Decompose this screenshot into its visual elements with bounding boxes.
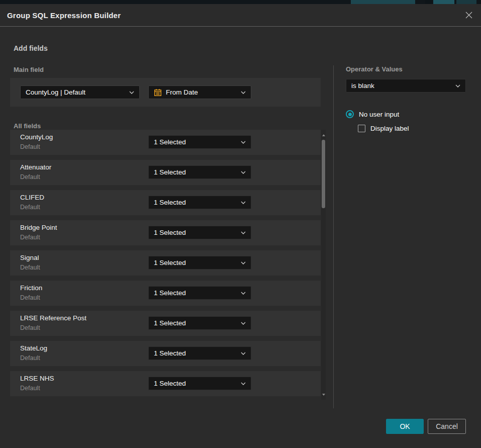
field-selected-value: 1 Selected — [154, 319, 238, 327]
background-fragment — [433, 0, 454, 4]
main-attribute-dropdown[interactable]: From Date — [148, 85, 251, 99]
field-selected-dropdown[interactable]: 1 Selected — [148, 226, 251, 239]
field-name: StateLog — [20, 344, 47, 352]
field-selected-dropdown[interactable]: 1 Selected — [148, 256, 251, 270]
field-selected-dropdown[interactable]: 1 Selected — [148, 135, 251, 149]
field-layer-sublabel: Default — [20, 324, 40, 331]
field-selected-dropdown[interactable]: 1 Selected — [148, 286, 251, 300]
field-name: LRSE NHS — [20, 375, 54, 382]
chevron-down-icon — [241, 201, 246, 204]
ok-button[interactable]: OK — [386, 419, 424, 434]
field-layer-sublabel: Default — [20, 264, 40, 271]
cancel-button[interactable]: Cancel — [428, 419, 466, 434]
field-selected-value: 1 Selected — [154, 289, 238, 297]
field-name: CountyLog — [20, 133, 53, 141]
chevron-down-icon — [455, 84, 460, 87]
chevron-down-icon — [129, 91, 134, 94]
scrollbar-up-arrow-icon[interactable] — [321, 133, 326, 137]
panel-divider — [333, 65, 334, 408]
field-layer-sublabel: Default — [20, 354, 40, 362]
field-layer-sublabel: Default — [20, 143, 40, 150]
field-selected-value: 1 Selected — [154, 138, 238, 146]
main-field-panel: CountyLog | Default From Date — [10, 78, 321, 107]
background-fragment — [425, 0, 432, 4]
field-selected-dropdown[interactable]: 1 Selected — [148, 316, 251, 330]
field-selected-dropdown[interactable]: 1 Selected — [148, 346, 251, 360]
field-name: LRSE Reference Post — [20, 314, 86, 322]
fields-list-scrollbar[interactable] — [321, 130, 326, 400]
all-fields-label: All fields — [14, 122, 41, 130]
operator-dropdown[interactable]: is blank — [346, 79, 466, 93]
field-row: LRSE NHS Default 1 Selected — [10, 371, 321, 396]
scrollbar-down-arrow-icon[interactable] — [321, 392, 326, 397]
close-button[interactable] — [464, 10, 474, 20]
close-icon — [465, 11, 473, 19]
radio-selected-icon — [346, 110, 354, 118]
field-row: CLIFED Default 1 Selected — [10, 190, 321, 215]
field-name: CLIFED — [20, 194, 44, 201]
add-fields-heading: Add fields — [14, 44, 48, 52]
field-layer-sublabel: Default — [20, 294, 40, 301]
operator-dropdown-value: is blank — [351, 82, 452, 89]
field-row: CountyLog Default 1 Selected — [10, 130, 321, 155]
all-fields-list: CountyLog Default 1 Selected Attenuator … — [10, 130, 321, 400]
main-field-dropdown[interactable]: CountyLog | Default — [20, 85, 140, 99]
chevron-down-icon — [241, 322, 246, 325]
main-attribute-dropdown-value: From Date — [166, 88, 238, 96]
background-fragment — [456, 0, 476, 4]
field-selected-value: 1 Selected — [154, 349, 238, 357]
field-name: Signal — [20, 254, 39, 261]
main-field-dropdown-value: CountyLog | Default — [26, 88, 126, 96]
field-name: Bridge Point — [20, 224, 57, 231]
checkbox-unchecked-icon — [358, 125, 365, 132]
main-field-label: Main field — [14, 66, 44, 73]
radio-label: No user input — [359, 111, 399, 118]
operator-values-label: Operator & Values — [346, 65, 403, 73]
field-selected-value: 1 Selected — [154, 229, 238, 236]
calendar-icon — [154, 88, 162, 97]
field-selected-dropdown[interactable]: 1 Selected — [148, 196, 251, 209]
chevron-down-icon — [241, 171, 246, 174]
field-layer-sublabel: Default — [20, 204, 40, 211]
field-selected-dropdown[interactable]: 1 Selected — [148, 165, 251, 179]
field-row: Signal Default 1 Selected — [10, 250, 321, 276]
background-app-strip — [0, 0, 481, 4]
chevron-down-icon — [241, 261, 246, 264]
chevron-down-icon — [241, 292, 246, 295]
field-row: Attenuator Default 1 Selected — [10, 160, 321, 185]
group-sql-expression-builder-dialog: Group SQL Expression Builder Add fields … — [0, 4, 481, 448]
scrollbar-thumb[interactable] — [322, 140, 325, 208]
dialog-title: Group SQL Expression Builder — [7, 11, 121, 20]
checkbox-label: Display label — [370, 125, 409, 132]
field-layer-sublabel: Default — [20, 385, 40, 392]
no-user-input-radio[interactable]: No user input — [346, 110, 399, 118]
field-selected-value: 1 Selected — [154, 380, 238, 387]
chevron-down-icon — [241, 141, 246, 144]
chevron-down-icon — [241, 231, 246, 234]
field-selected-value: 1 Selected — [154, 168, 238, 176]
background-fragment — [351, 0, 415, 4]
dialog-title-bar: Group SQL Expression Builder — [0, 4, 481, 27]
field-name: Attenuator — [20, 163, 51, 171]
chevron-down-icon — [241, 91, 246, 94]
display-label-checkbox[interactable]: Display label — [358, 125, 409, 132]
field-selected-dropdown[interactable]: 1 Selected — [148, 377, 251, 390]
field-row: Bridge Point Default 1 Selected — [10, 220, 321, 245]
field-layer-sublabel: Default — [20, 234, 40, 241]
field-selected-value: 1 Selected — [154, 199, 238, 206]
chevron-down-icon — [241, 352, 246, 355]
field-row: LRSE Reference Post Default 1 Selected — [10, 311, 321, 336]
field-row: StateLog Default 1 Selected — [10, 341, 321, 366]
field-layer-sublabel: Default — [20, 173, 40, 181]
chevron-down-icon — [241, 382, 246, 385]
field-row: Friction Default 1 Selected — [10, 281, 321, 306]
field-name: Friction — [20, 284, 42, 292]
field-selected-value: 1 Selected — [154, 259, 238, 266]
